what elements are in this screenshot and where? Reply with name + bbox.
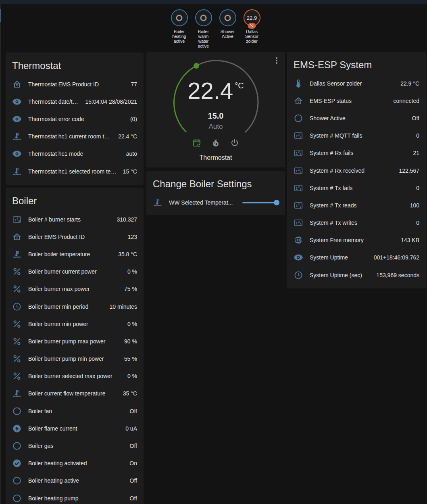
ring-icon bbox=[175, 13, 184, 23]
entity-name: System # MQTT fails bbox=[310, 132, 410, 139]
entity-name: Boiler burner min power bbox=[28, 321, 121, 327]
badge-boiler-heating-active[interactable]: Boiler heating active bbox=[169, 9, 190, 48]
entity-value: 310,327 bbox=[117, 216, 137, 223]
entity-name: Boiler heating activated bbox=[28, 460, 123, 466]
entity-name: Boiler gas bbox=[28, 443, 123, 449]
entity-row-boiler-heating-activated[interactable]: Boiler heating activatedOn bbox=[6, 455, 144, 472]
entity-row-boiler-boiler-temperature[interactable]: Boiler boiler temperature35.8 °C bbox=[6, 245, 144, 263]
entity-row-boiler-flame-current[interactable]: Boiler flame current0 uA bbox=[6, 420, 144, 437]
card-menu-button[interactable] bbox=[272, 56, 281, 65]
entity-value: 122,567 bbox=[399, 167, 419, 174]
home-automation-icon bbox=[12, 232, 22, 242]
entity-row-boiler-current-flow-temperature[interactable]: Boiler current flow temperature35 °C bbox=[6, 385, 144, 402]
entity-row-system-tx-writes[interactable]: 123System # Tx writes0 bbox=[287, 214, 426, 232]
entity-row-boiler-heating-active[interactable]: Boiler heating activeOff bbox=[6, 472, 144, 489]
card-title: Thermostat bbox=[6, 52, 144, 75]
entity-row-boiler-burner-current-power[interactable]: Boiler burner current power0 % bbox=[6, 263, 144, 280]
entity-row-system-rx-received[interactable]: 123System # Rx received122,567 bbox=[287, 162, 426, 179]
entity-row-boiler-burner-pump-max-power[interactable]: Boiler burner pump max power90 % bbox=[6, 333, 144, 350]
percent-icon bbox=[12, 267, 22, 276]
svg-text:3: 3 bbox=[300, 223, 301, 226]
entity-name: System Uptime bbox=[310, 254, 367, 261]
eye-icon bbox=[294, 253, 303, 262]
entity-name: System Free memory bbox=[310, 237, 394, 243]
mode-heat-button[interactable] bbox=[211, 138, 221, 148]
clock-icon bbox=[294, 270, 303, 280]
entity-row-boiler-fan[interactable]: Boiler fanOff bbox=[6, 402, 144, 420]
entities-list: WW Selected Temperat... bbox=[146, 194, 285, 211]
entity-value: 22.9 °C bbox=[400, 80, 419, 87]
entity-row-system-mqtt-fails[interactable]: 123System # MQTT fails0 bbox=[287, 127, 426, 144]
gauge-handle[interactable] bbox=[194, 63, 199, 69]
entity-value: 55 % bbox=[124, 356, 137, 362]
entity-row-thermostat-hc1-selected-room-temper[interactable]: Thermostat hc1 selected room temper...15… bbox=[6, 163, 144, 180]
entity-value: 35 °C bbox=[123, 390, 137, 397]
thermometer-icon bbox=[294, 79, 303, 88]
entity-value: 143 KB bbox=[401, 237, 419, 243]
entity-row-boiler-burner-min-period[interactable]: Boiler burner min period10 minutes bbox=[6, 298, 144, 315]
entity-row-thermostat-ems-product-id[interactable]: Thermostat EMS Product ID77 bbox=[6, 75, 144, 93]
percent-icon bbox=[12, 319, 22, 329]
badge-boiler-warm-water-active[interactable]: Boiler warm water active bbox=[193, 9, 214, 48]
entity-row-boiler-burner-pump-min-power[interactable]: Boiler burner pump min power55 % bbox=[6, 350, 144, 368]
badge-circle: 22.9°C bbox=[244, 9, 260, 26]
entity-value: 0 % bbox=[127, 373, 137, 379]
entity-value: 21 bbox=[413, 150, 419, 156]
entity-row-thermostat-hc1-current-room-temper[interactable]: Thermostat hc1 current room temper...22.… bbox=[6, 128, 144, 145]
thermostat-dial[interactable] bbox=[146, 52, 285, 167]
mode-off-button[interactable] bbox=[230, 138, 240, 148]
entity-name: Boiler burner pump min power bbox=[28, 356, 118, 362]
badge-circle bbox=[171, 9, 188, 26]
entity-value: 153,969 seconds bbox=[376, 272, 419, 278]
badge-label: Dallas Sensor zolder bbox=[241, 29, 263, 44]
mode-auto-button[interactable] bbox=[192, 138, 202, 148]
entity-value: 0 % bbox=[127, 321, 137, 327]
entity-row-boiler-gas[interactable]: Boiler gasOff bbox=[6, 437, 144, 454]
entity-row-boiler-burner-selected-max-power[interactable]: Boiler burner selected max power0 % bbox=[6, 368, 144, 385]
badge-dallas-sensor-zolder[interactable]: 22.9°CDallas Sensor zolder bbox=[242, 9, 262, 48]
entity-row-boiler-burner-max-power[interactable]: Boiler burner max power75 % bbox=[6, 280, 144, 298]
badge-label: Boiler warm water active bbox=[193, 29, 215, 48]
entity-value: 77 bbox=[131, 81, 137, 88]
eye-icon bbox=[12, 114, 22, 124]
entity-row-system-free-memory[interactable]: System Free memory143 KB bbox=[287, 232, 426, 249]
entity-row-boiler-ems-product-id[interactable]: Boiler EMS Product ID123 bbox=[6, 228, 144, 245]
entity-value: 0 uA bbox=[125, 425, 137, 432]
boiler-entities-card: Boiler 123Boiler # burner starts310,327B… bbox=[6, 188, 144, 504]
percent-icon bbox=[12, 371, 22, 381]
entity-name: Thermostat EMS Product ID bbox=[28, 81, 124, 88]
badge-unit: °C bbox=[248, 23, 256, 29]
entity-row-ems-esp-status[interactable]: EMS-ESP statusconnected bbox=[287, 92, 426, 109]
badge-shower-active[interactable]: Shower Active bbox=[217, 9, 238, 48]
entity-value: 123 bbox=[128, 234, 137, 240]
entity-row-system-tx-reads[interactable]: 123System # Tx reads100 bbox=[287, 197, 426, 214]
entity-row-ww-selected-temperat[interactable]: WW Selected Temperat... bbox=[146, 194, 285, 211]
entity-row-system-uptime-sec[interactable]: System Uptime (sec)153,969 seconds bbox=[287, 266, 426, 284]
entity-row-boiler-heating-pump[interactable]: Boiler heating pumpOff bbox=[6, 489, 144, 504]
entity-row-thermostat-hc1-mode[interactable]: Thermostat hc1 modeauto bbox=[6, 145, 144, 163]
entity-name: WW Selected Temperat... bbox=[169, 199, 236, 206]
badge-label: Shower Active bbox=[217, 29, 239, 39]
entity-row-thermostat-error-code[interactable]: Thermostat error code(0) bbox=[6, 110, 144, 128]
radiobox-blank-icon bbox=[12, 494, 22, 503]
slider-knob[interactable] bbox=[274, 200, 279, 205]
entity-value: Off bbox=[412, 115, 419, 121]
home-automation-icon bbox=[294, 96, 303, 106]
ww-selected-temperature-slider[interactable] bbox=[242, 200, 279, 205]
entity-row-boiler-burner-starts[interactable]: 123Boiler # burner starts310,327 bbox=[6, 211, 144, 228]
entity-value: 0 bbox=[416, 220, 419, 226]
entity-name: Thermostat hc1 current room temper... bbox=[28, 133, 112, 140]
entity-row-thermostat-date-time[interactable]: Thermostat date/time15:04:04 28/08/2021 bbox=[6, 93, 144, 110]
entity-row-system-tx-fails[interactable]: 123System # Tx fails0 bbox=[287, 179, 426, 197]
entity-name: Boiler burner pump max power bbox=[28, 338, 118, 345]
entity-value: 100 bbox=[410, 202, 419, 209]
badge-value: 22.9 bbox=[247, 15, 257, 21]
entity-name: System # Tx fails bbox=[310, 185, 410, 191]
entity-value: connected bbox=[393, 98, 419, 104]
entity-row-shower-active[interactable]: Shower ActiveOff bbox=[287, 109, 426, 127]
card-title: Change Boiler Settings bbox=[146, 171, 285, 194]
entity-row-system-uptime[interactable]: System Uptime001+18:46:09.762 bbox=[287, 249, 426, 266]
entity-row-system-rx-fails[interactable]: 123System # Rx fails21 bbox=[287, 144, 426, 162]
entity-row-boiler-burner-min-power[interactable]: Boiler burner min power0 % bbox=[6, 315, 144, 333]
entity-row-dallas-sensor-zolder[interactable]: Dallas Sensor zolder22.9 °C bbox=[287, 75, 426, 92]
